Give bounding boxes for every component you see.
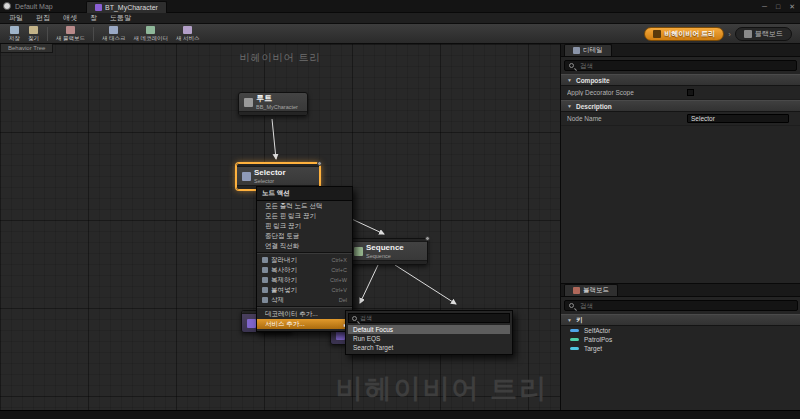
new-task-button[interactable]: 새 태스크	[99, 25, 129, 43]
menu-item-select-all-output-nodes[interactable]: 모든 출력 노드 선택	[257, 201, 352, 211]
key-type-icon	[570, 347, 579, 350]
menu-asset[interactable]: 애셋	[63, 13, 77, 23]
window-title: Default Map	[15, 3, 53, 10]
maximize-button[interactable]: □	[776, 3, 780, 10]
sequence-node-icon	[354, 247, 363, 256]
tab-details[interactable]: 디테일	[564, 44, 612, 56]
blackboard-key-patrolpos[interactable]: PatrolPos	[561, 335, 800, 344]
service-option-search-target[interactable]: Search Target	[348, 343, 510, 352]
menu-item-delete[interactable]: 삭제 Del	[257, 295, 352, 305]
save-icon	[10, 26, 19, 34]
blackboard-search-input[interactable]	[580, 302, 793, 309]
menu-item-break-all-pin-links[interactable]: 모든 핀 링크 끊기	[257, 211, 352, 221]
menu-file[interactable]: 파일	[9, 13, 23, 23]
root-out-pin[interactable]	[239, 111, 307, 115]
details-search-input[interactable]	[580, 62, 792, 69]
new-blackboard-button[interactable]: 새 블랙보드	[53, 25, 88, 43]
blackboard-key-selfactor[interactable]: SelfActor	[561, 326, 800, 335]
editor-mode-switcher: 비헤이비어 트리 › 블랙보드	[644, 27, 792, 41]
apply-decorator-scope-checkbox[interactable]	[687, 89, 694, 96]
mode-blackboard-button[interactable]: 블랙보드	[735, 27, 792, 41]
search-icon	[352, 316, 357, 321]
window-titlebar: Default Map BT_MyCharacter ─ □ ✕	[0, 0, 800, 13]
service-search-box[interactable]	[348, 313, 510, 323]
close-button[interactable]: ✕	[789, 3, 795, 11]
asset-tab[interactable]: BT_MyCharacter	[86, 1, 167, 13]
context-menu-header: 노드 액션	[257, 187, 352, 201]
service-search-input[interactable]	[360, 315, 506, 321]
menu-item-duplicate[interactable]: 복제하기 Ctrl+W	[257, 275, 352, 285]
add-service-submenu: Default Focus Run EQS Search Target	[345, 310, 513, 355]
blackboard-mode-icon	[744, 30, 752, 38]
menu-item-copy[interactable]: 복사하기 Ctrl+C	[257, 265, 352, 275]
menu-item-add-decorator[interactable]: 데코레이터 추가...	[257, 309, 352, 319]
menubar: 파일 편집 애셋 창 도움말	[0, 13, 800, 24]
menu-separator	[257, 252, 352, 254]
cut-icon	[262, 257, 268, 263]
menu-item-cut[interactable]: 잘라내기 Ctrl+X	[257, 255, 352, 265]
menu-item-add-service[interactable]: 서비스 추가... ▸	[257, 319, 352, 329]
toolbar-separator	[93, 27, 94, 41]
minimize-button[interactable]: ─	[762, 3, 767, 10]
property-row-apply-decorator-scope: Apply Decorator Scope	[561, 86, 800, 100]
section-description[interactable]: ▼ Description	[561, 100, 800, 112]
new-service-icon	[183, 26, 192, 34]
copy-icon	[262, 267, 268, 273]
unreal-logo-icon	[3, 2, 11, 10]
window-controls: ─ □ ✕	[762, 0, 795, 13]
paste-icon	[262, 287, 268, 293]
sequence-out-pin[interactable]	[349, 260, 427, 264]
graph-breadcrumb[interactable]: Behavior Tree	[0, 44, 53, 53]
sequence-node[interactable]: Sequence Sequence	[348, 238, 428, 265]
menu-help[interactable]: 도움말	[110, 13, 131, 23]
menu-window[interactable]: 창	[90, 13, 97, 23]
property-row-node-name: Node Name	[561, 112, 800, 126]
toolbar-buttons: 저장 찾기 새 블랙보드 새 태스크 새 데코레이터 새 서비	[6, 24, 203, 44]
details-tab-icon	[573, 47, 580, 54]
root-node-icon	[244, 98, 253, 107]
blackboard-search-box[interactable]	[564, 300, 798, 311]
node-context-menu: 노드 액션 모든 출력 노드 선택 모든 핀 링크 끊기 핀 링크 끊기 중단점…	[256, 186, 353, 332]
search-icon	[569, 63, 574, 68]
details-search-box[interactable]	[564, 60, 797, 71]
new-decorator-icon	[146, 26, 155, 34]
browse-icon	[29, 26, 38, 34]
new-service-button[interactable]: 새 서비스	[173, 25, 203, 43]
menu-separator	[257, 306, 352, 308]
service-option-run-eqs[interactable]: Run EQS	[348, 334, 510, 343]
blackboard-panel: 블랙보드 ▼ 키 SelfActor PatrolPos Target	[561, 283, 800, 410]
new-task-icon	[109, 26, 118, 34]
tab-blackboard[interactable]: 블랙보드	[564, 284, 618, 296]
new-blackboard-icon	[66, 26, 75, 34]
chevron-down-icon: ▼	[567, 317, 572, 323]
node-badge-icon	[425, 236, 430, 241]
menu-edit[interactable]: 편집	[36, 13, 50, 23]
menu-item-paste[interactable]: 붙여넣기 Ctrl+V	[257, 285, 352, 295]
details-panel-tabs: 디테일	[561, 44, 800, 57]
service-option-default-focus[interactable]: Default Focus	[348, 325, 510, 334]
section-keys[interactable]: ▼ 키	[561, 314, 800, 326]
save-button[interactable]: 저장	[6, 25, 23, 43]
root-node[interactable]: 루트 BB_MyCharacter	[238, 92, 308, 116]
mode-behavior-tree-button[interactable]: 비헤이비어 트리	[644, 27, 724, 41]
menu-item-straighten-connections[interactable]: 연결 직선화	[257, 241, 352, 251]
blackboard-panel-tabs: 블랙보드	[561, 284, 800, 297]
toolbar: 저장 찾기 새 블랙보드 새 태스크 새 데코레이터 새 서비	[0, 24, 800, 44]
toolbar-separator	[47, 27, 48, 41]
blackboard-key-target[interactable]: Target	[561, 344, 800, 353]
selector-node-icon	[242, 172, 251, 181]
duplicate-icon	[262, 277, 268, 283]
section-composite[interactable]: ▼ Composite	[561, 74, 800, 86]
menu-item-toggle-breakpoint[interactable]: 중단점 토글	[257, 231, 352, 241]
key-type-icon	[570, 329, 579, 332]
new-decorator-button[interactable]: 새 데코레이터	[131, 25, 172, 43]
browse-button[interactable]: 찾기	[25, 25, 42, 43]
wait-node-icon	[247, 319, 256, 328]
behavior-tree-asset-icon	[95, 4, 102, 11]
behavior-tree-graph[interactable]: Behavior Tree 비헤이비어 트리 비헤이비어 트리 루트 BB_My…	[0, 44, 560, 410]
node-name-input[interactable]	[687, 114, 789, 123]
asset-tab-label: BT_MyCharacter	[105, 4, 158, 11]
search-icon	[569, 303, 574, 308]
menu-item-break-pin-link[interactable]: 핀 링크 끊기	[257, 221, 352, 231]
move-to-node-icon	[336, 331, 345, 340]
